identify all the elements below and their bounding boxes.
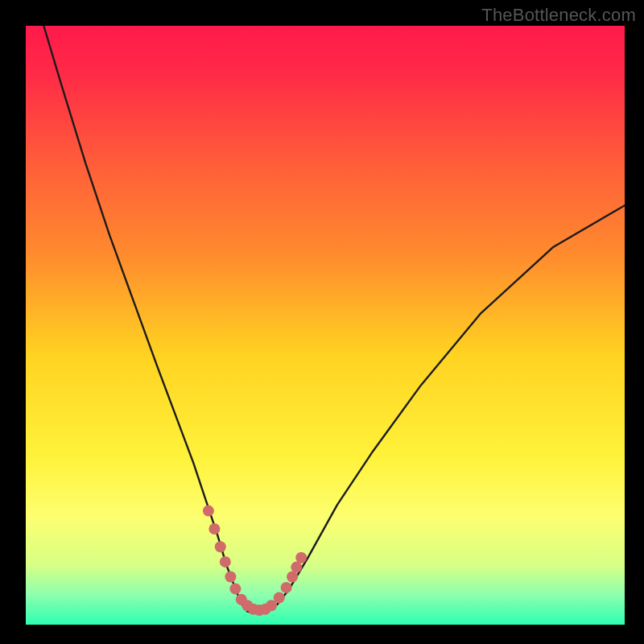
emphasis-dot [291, 562, 302, 573]
chart-frame: TheBottleneck.com [0, 0, 644, 644]
emphasis-dot [215, 541, 226, 552]
emphasis-dot [208, 523, 220, 535]
gradient-background [26, 26, 625, 625]
emphasis-dot [295, 552, 307, 564]
emphasis-dot [287, 572, 298, 583]
emphasis-dot [229, 583, 241, 594]
emphasis-dot [274, 592, 285, 604]
emphasis-dot [220, 556, 231, 568]
emphasis-dot [225, 572, 236, 583]
plot-area [26, 26, 625, 625]
watermark-text: TheBottleneck.com [481, 5, 636, 26]
emphasis-dot [203, 506, 214, 517]
chart-svg [26, 26, 625, 625]
emphasis-dot [281, 582, 292, 593]
